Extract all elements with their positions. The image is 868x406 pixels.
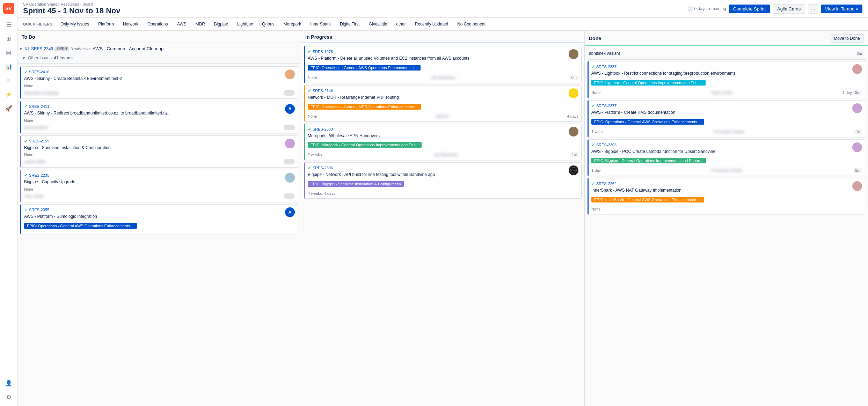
card-toggle[interactable] (284, 90, 295, 96)
card-sres-2159[interactable]: ✔ SRES-2159 Bigpipe - Sandvine Installat… (20, 135, 298, 168)
view-in-tempo-button[interactable]: View in Tempo » (821, 5, 862, 13)
header-actions: 🕐 0 days remaining Complete Sprint Agile… (687, 4, 862, 14)
card-assignee-name: Fernanda Colman (712, 168, 742, 172)
epic-status: OPEN (55, 46, 68, 51)
card-sres-2306[interactable]: ✔ SRES-2306 Bigpipe - Network - API buil… (304, 162, 582, 199)
card-footer: None (591, 207, 862, 211)
epic-key[interactable]: SRES-2349 (31, 46, 53, 51)
card-sres-2146[interactable]: ✔ SRES-2146 Network - MDR - Rearrange In… (304, 85, 582, 121)
filter-mdr[interactable]: MDR (192, 21, 209, 28)
main-content: SV Operation Shared Resources - Board Sp… (17, 0, 868, 406)
header-title-section: SV Operation Shared Resources - Board Sp… (23, 2, 121, 15)
avatar (852, 142, 862, 152)
card-sres-2411[interactable]: ✔ SRES-2411 AWS - Skinny - Redirect broa… (20, 101, 298, 133)
filter-recently-updated[interactable]: Recently Updated (411, 21, 452, 28)
card-header: ✔ SRES-2377 AWS - Platform - Create KMS … (591, 103, 862, 118)
card-type-icon: ✔ (591, 142, 595, 147)
inprogress-column: In Progress ✔ SRES-1978 AWS - Platform -… (301, 31, 585, 406)
section-divider (588, 59, 865, 60)
sidebar-add-user-icon[interactable]: 👤 (2, 377, 15, 389)
card-sres-2410[interactable]: ✔ SRES-2410 AWS - Skinny - Create Beanst… (20, 66, 298, 99)
card-header: ✔ SRES-2337 AWS - Lightbox - Restrict co… (591, 64, 862, 79)
card-summary: Bigpipe - Capacity Upgrade (24, 179, 285, 185)
card-days: 2 weeks (308, 153, 322, 157)
done-assignee-row: abhishek vasisht 0m (588, 49, 865, 58)
card-sres-2398[interactable]: ✔ SRES-2398 AWS - Bigpipe - POC Create L… (588, 139, 865, 176)
card-header: ✔ SRES-2303 Morepork - Wholesale APN Han… (308, 127, 578, 141)
card-key: SRES-1978 (313, 50, 333, 54)
card-assignee-name: Mamadou Coulange (24, 91, 59, 95)
filter-innerspark[interactable]: InnerSpark (307, 21, 334, 28)
other-issues-toggle[interactable]: ▼ (22, 56, 26, 60)
card-time: 0m (570, 75, 578, 80)
more-options-button[interactable]: ··· (808, 4, 818, 14)
card-footer: 1 day Fernanda Colman 0m (591, 168, 862, 173)
agile-cards-button[interactable]: Agile Cards (773, 4, 805, 14)
filter-no-component[interactable]: No Component (454, 21, 489, 28)
sidebar-board-icon[interactable]: ⊞ (2, 32, 15, 45)
card-sres-1978[interactable]: ✔ SRES-1978 AWS - Platform - Delete all … (304, 46, 582, 83)
card-footer: 1 week Fernanda Colman 1d (591, 129, 862, 134)
card-sres-2303[interactable]: ✔ SRES-2303 Morepork - Wholesale APN Han… (304, 124, 582, 161)
card-footer: None Taylor Smith 1 day 0m (591, 90, 862, 95)
filter-qrious[interactable]: Qrious (258, 21, 278, 28)
sidebar-settings-icon[interactable]: ⚙ (2, 391, 15, 403)
sidebar-reports-icon[interactable]: 📊 (2, 60, 15, 73)
card-summary: Morepork - Wholesale APN Handovers (308, 133, 569, 139)
card-type-icon: ✔ (24, 139, 28, 143)
other-issues-count: 41 issues (54, 56, 73, 60)
card-sres-2377[interactable]: ✔ SRES-2377 AWS - Platform - Create KMS … (588, 100, 865, 137)
done-column-body: abhishek vasisht 0m ✔ SRES-2337 AWS - Li… (585, 46, 868, 406)
card-summary: Bigpipe - Sandvine Installation & Config… (24, 145, 285, 151)
card-assignee-name: James white (24, 160, 45, 164)
card-sres-2355[interactable]: ✔ SRES-2355 AWS - Platform - Sumologic I… (20, 204, 298, 234)
epic-name: AWS - Common - Account Cleanup (93, 46, 163, 51)
card-assignee-name: Fernanda Colman (714, 130, 744, 134)
move-to-done-button[interactable]: Move to Done (830, 34, 864, 43)
sidebar-releases-icon[interactable]: 🚀 (2, 102, 15, 115)
card-header: ✔ SRES-2410 AWS - Skinny - Create Beanst… (24, 69, 295, 84)
filter-my-issues[interactable]: Only My Issues (57, 21, 93, 28)
quick-filters-label: QUICK FILTERS: (23, 22, 53, 26)
filter-other[interactable]: other (393, 21, 409, 28)
avatar (285, 139, 295, 148)
sidebar-roadmap-icon[interactable]: ▤ (2, 46, 15, 59)
card-days: 1 day (843, 90, 852, 95)
sidebar-backlog-icon[interactable]: ≡ (2, 74, 15, 87)
card-sres-2337[interactable]: ✔ SRES-2337 AWS - Lightbox - Restrict co… (588, 61, 865, 98)
epic-toggle-icon[interactable]: ▼ (19, 47, 23, 51)
epic-row-sres2349[interactable]: ▼ ☑ SRES-2349 OPEN 3 sub-tasks AWS - Com… (17, 43, 301, 53)
filter-givealittle[interactable]: Givealittle (365, 21, 391, 28)
filter-operations[interactable]: Operations (144, 21, 172, 28)
avatar (285, 173, 295, 183)
card-header: ✔ SRES-2262 InnerSpark - AWS NAT Gateway… (591, 181, 862, 195)
card-key: SRES-2146 (313, 89, 333, 93)
card-header: ✔ SRES-2411 AWS - Skinny - Redirect broa… (24, 104, 295, 118)
card-sres-2235[interactable]: ✔ SRES-2235 Bigpipe - Capacity Upgrade N… (20, 170, 298, 202)
card-summary: AWS - Platform - Delete all unused Volum… (308, 56, 569, 61)
app-logo[interactable]: SV (3, 3, 14, 14)
filter-network[interactable]: Network (119, 21, 142, 28)
sidebar-menu-icon[interactable]: ☰ (2, 18, 15, 31)
filter-digitalfirst[interactable]: DigitalFirst (336, 21, 363, 28)
card-none: None (591, 207, 600, 211)
card-footer: None Jan Boudreau 0m (308, 75, 578, 80)
complete-sprint-button[interactable]: Complete Sprint (729, 5, 770, 13)
filter-bigpipe[interactable]: Bigpipe (211, 21, 232, 28)
card-toggle[interactable] (284, 193, 295, 199)
filter-platform[interactable]: Platform (95, 21, 117, 28)
sidebar-issues-icon[interactable]: ⚡ (2, 88, 15, 101)
card-key: SRES-2303 (313, 127, 333, 131)
epic-label: EPIC: Operations - General AWS Operation… (24, 223, 137, 229)
card-footer: None Ariel M 4 days (308, 114, 578, 118)
card-toggle[interactable] (284, 125, 295, 130)
quick-filters-bar: QUICK FILTERS: Only My Issues Platform N… (17, 18, 868, 31)
card-assignee-none: None (24, 118, 33, 123)
filter-morepork[interactable]: Morepork (280, 21, 305, 28)
card-summary: AWS - Lightbox - Restrict connections fo… (591, 71, 852, 76)
card-sres-2262[interactable]: ✔ SRES-2262 InnerSpark - AWS NAT Gateway… (588, 178, 865, 214)
filter-lightbox[interactable]: Lightbox (234, 21, 256, 28)
sprint-title: Sprint 45 - 1 Nov to 18 Nov (23, 6, 121, 15)
card-toggle[interactable] (284, 159, 295, 164)
filter-aws[interactable]: AWS (174, 21, 190, 28)
